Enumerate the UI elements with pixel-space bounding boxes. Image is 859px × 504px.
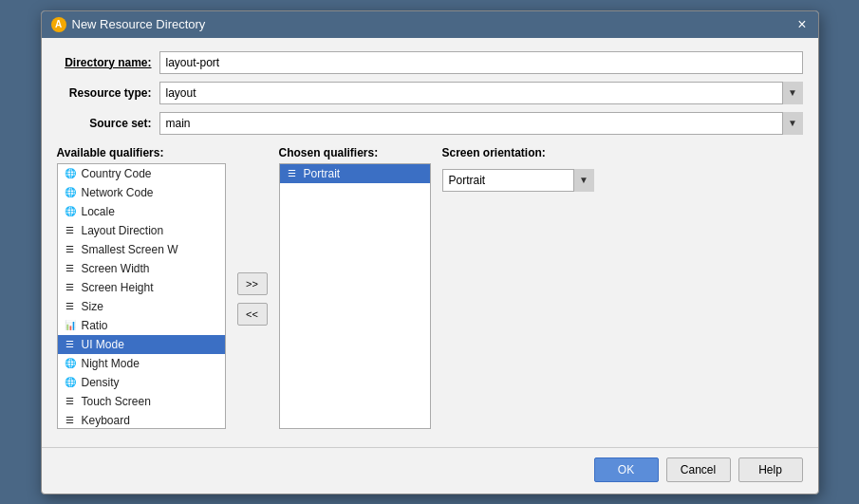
qualifier-item-locale[interactable]: 🌐 Locale (58, 202, 225, 221)
night-mode-icon: 🌐 (64, 357, 77, 370)
qualifier-item-touch-screen[interactable]: ☰ Touch Screen (58, 392, 225, 411)
ratio-icon: 📊 (64, 319, 77, 332)
qualifiers-section: Available qualifiers: 🌐 Country Code 🌐 N… (57, 146, 803, 434)
help-button[interactable]: Help (738, 457, 803, 482)
qualifier-label-smallest-screen: Smallest Screen W (82, 243, 178, 256)
chosen-qualifiers-col: Chosen qualifiers: ☰ Portrait (279, 146, 431, 434)
qualifier-item-screen-height[interactable]: ☰ Screen Height (58, 278, 225, 297)
qualifier-item-network-code[interactable]: 🌐 Network Code (58, 183, 225, 202)
dialog-icon: A (51, 17, 66, 32)
qualifier-label-screen-height: Screen Height (82, 281, 154, 294)
available-qualifiers-label: Available qualifiers: (57, 146, 226, 159)
qualifier-label-network-code: Network Code (82, 186, 154, 199)
available-qualifiers-list[interactable]: 🌐 Country Code 🌐 Network Code 🌐 Locale ☰… (57, 163, 226, 429)
source-set-row: Source set: main ▼ (57, 112, 803, 135)
network-code-icon: 🌐 (64, 186, 77, 199)
arrows-col: >> << (237, 146, 268, 434)
orientation-select-wrap: Portrait Landscape Square ▼ (442, 169, 594, 192)
resource-type-row: Resource type: layout ▼ (57, 82, 803, 104)
qualifier-label-keyboard: Keyboard (82, 414, 130, 427)
ui-mode-icon: ☰ (64, 338, 77, 351)
chosen-qualifiers-list[interactable]: ☰ Portrait (279, 163, 431, 429)
chosen-qualifiers-label: Chosen qualifiers: (279, 146, 431, 159)
directory-name-label: Directory name: (57, 56, 152, 69)
portrait-icon: ☰ (286, 167, 299, 180)
dialog-footer: OK Cancel Help (42, 447, 818, 494)
add-qualifier-button[interactable]: >> (237, 272, 268, 295)
qualifier-label-layout-direction: Layout Direction (82, 224, 164, 237)
density-icon: 🌐 (64, 376, 77, 389)
qualifier-item-layout-direction[interactable]: ☰ Layout Direction (58, 221, 225, 240)
qualifier-label-night-mode: Night Mode (82, 357, 140, 370)
screen-width-icon: ☰ (64, 262, 77, 275)
keyboard-icon: ☰ (64, 414, 77, 427)
chosen-label-portrait: Portrait (304, 167, 341, 180)
qualifier-label-size: Size (82, 300, 103, 313)
source-set-select-wrap: main ▼ (159, 112, 803, 135)
available-qualifiers-col: Available qualifiers: 🌐 Country Code 🌐 N… (57, 146, 226, 434)
smallest-screen-icon: ☰ (64, 243, 77, 256)
qualifier-item-keyboard[interactable]: ☰ Keyboard (58, 411, 225, 429)
dialog-body: Directory name: Resource type: layout ▼ … (42, 38, 818, 447)
directory-name-input[interactable] (159, 51, 803, 74)
qualifier-label-ui-mode: UI Mode (82, 338, 124, 351)
country-code-icon: 🌐 (64, 167, 77, 180)
resource-type-select-wrap: layout ▼ (159, 82, 803, 104)
titlebar: A New Resource Directory × (42, 11, 818, 38)
screen-height-icon: ☰ (64, 281, 77, 294)
titlebar-left: A New Resource Directory (51, 17, 206, 32)
orientation-label: Screen orientation: (442, 146, 594, 159)
new-resource-directory-dialog: A New Resource Directory × Directory nam… (41, 10, 819, 495)
qualifier-item-density[interactable]: 🌐 Density (58, 373, 225, 392)
resource-type-select[interactable]: layout (159, 82, 803, 104)
cancel-button[interactable]: Cancel (666, 457, 731, 482)
qualifier-item-ui-mode[interactable]: ☰ UI Mode (58, 335, 225, 354)
orientation-select[interactable]: Portrait Landscape Square (442, 169, 594, 192)
qualifier-item-size[interactable]: ☰ Size (58, 297, 225, 316)
ok-button[interactable]: OK (594, 457, 659, 482)
qualifier-item-country-code[interactable]: 🌐 Country Code (58, 164, 225, 183)
size-icon: ☰ (64, 300, 77, 313)
layout-direction-icon: ☰ (64, 224, 77, 237)
qualifier-item-ratio[interactable]: 📊 Ratio (58, 316, 225, 335)
qualifier-label-country-code: Country Code (82, 167, 152, 180)
resource-type-label: Resource type: (57, 86, 152, 100)
qualifier-item-night-mode[interactable]: 🌐 Night Mode (58, 354, 225, 373)
locale-icon: 🌐 (64, 205, 77, 218)
remove-qualifier-button[interactable]: << (237, 303, 268, 326)
close-button[interactable]: × (795, 17, 808, 32)
dialog-title: New Resource Directory (72, 17, 206, 31)
source-set-label: Source set: (57, 117, 152, 130)
qualifier-item-smallest-screen[interactable]: ☰ Smallest Screen W (58, 240, 225, 259)
qualifier-label-screen-width: Screen Width (82, 262, 150, 275)
qualifier-label-ratio: Ratio (82, 319, 108, 332)
qualifier-label-density: Density (82, 376, 120, 389)
qualifier-label-locale: Locale (82, 205, 115, 218)
qualifier-item-screen-width[interactable]: ☰ Screen Width (58, 259, 225, 278)
chosen-item-portrait[interactable]: ☰ Portrait (280, 164, 430, 183)
directory-name-row: Directory name: (57, 51, 803, 74)
source-set-select[interactable]: main (159, 112, 803, 135)
qualifier-label-touch-screen: Touch Screen (82, 395, 151, 408)
orientation-col: Screen orientation: Portrait Landscape S… (442, 146, 594, 434)
touch-screen-icon: ☰ (64, 395, 77, 408)
